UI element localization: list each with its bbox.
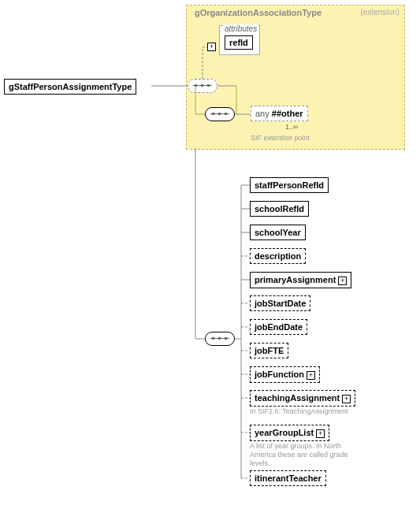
seq-children	[205, 332, 235, 346]
element-jobFunction: jobFunction+	[250, 366, 320, 383]
seq-root	[188, 79, 217, 93]
any-note: SIF extention point	[251, 134, 310, 143]
element-jobEndDate: jobEndDate	[250, 319, 307, 335]
element-note: In SIF2.6: TeachingAssignment	[250, 407, 368, 416]
any-ns: ##other	[272, 109, 303, 118]
any-element: any ##other	[251, 106, 308, 121]
element-label: staffPersonRefId	[255, 180, 324, 190]
any-cardinality: 1..∞	[285, 123, 298, 131]
seq-ext	[205, 107, 235, 121]
element-itinerantTeacher: itinerantTeacher	[250, 470, 326, 486]
element-label: yearGroupList	[255, 428, 314, 437]
attributes-box: attributes refId	[219, 25, 260, 55]
element-teachingAssignment: teachingAssignment+	[250, 390, 355, 407]
root-type: gStaffPersonAssignmentType	[4, 79, 136, 95]
expand-icon[interactable]: +	[316, 429, 325, 438]
expand-icon[interactable]: +	[338, 277, 347, 285]
element-jobStartDate: jobStartDate	[250, 295, 310, 311]
element-label: primaryAssignment	[255, 275, 336, 284]
attributes-label: attributes	[223, 24, 258, 33]
extension-kind: (extension)	[361, 8, 400, 17]
element-note: A list of year groups. In North America …	[250, 442, 368, 468]
element-label: description	[255, 251, 301, 261]
attributes-expand[interactable]: +	[207, 43, 216, 51]
root-type-label: gStaffPersonAssignmentType	[9, 82, 132, 91]
element-staffPersonRefId: staffPersonRefId	[250, 177, 329, 193]
element-label: schoolYear	[255, 228, 301, 237]
element-label: jobStartDate	[255, 299, 306, 308]
element-description: description	[250, 248, 306, 264]
element-label: jobEndDate	[255, 322, 303, 332]
element-schoolYear: schoolYear	[250, 225, 306, 240]
expand-icon[interactable]: +	[307, 371, 315, 380]
element-schoolRefId: schoolRefId	[250, 201, 309, 217]
expand-icon[interactable]: +	[342, 395, 351, 403]
extension-title: gOrganizationAssociationType	[195, 8, 322, 17]
element-label: jobFTE	[255, 346, 284, 355]
any-prefix: any	[255, 109, 269, 118]
element-label: schoolRefId	[255, 204, 304, 214]
element-jobFTE: jobFTE	[250, 343, 288, 358]
element-label: jobFunction	[255, 369, 304, 379]
element-yearGroupList: yearGroupList+	[250, 425, 329, 441]
element-label: teachingAssignment	[255, 393, 340, 403]
element-primaryAssignment: primaryAssignment+	[250, 272, 351, 288]
attr-refid: refId	[225, 35, 253, 50]
element-label: itinerantTeacher	[255, 473, 322, 483]
